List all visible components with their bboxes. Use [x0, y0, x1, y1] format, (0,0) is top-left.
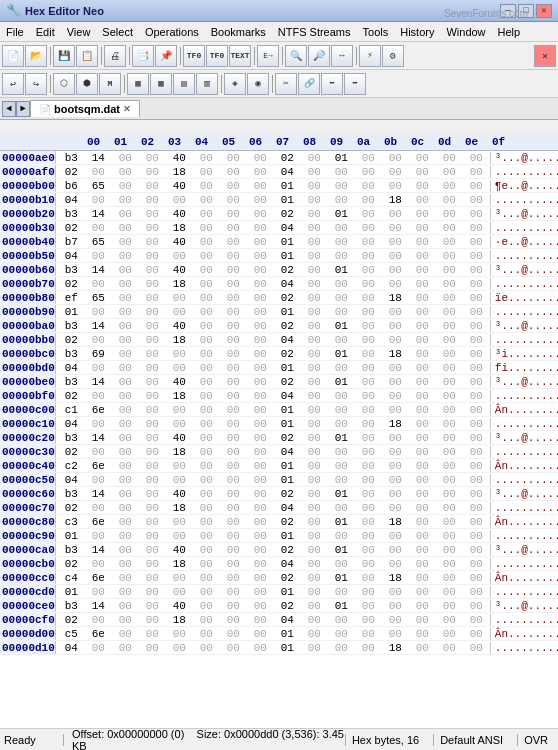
hex-byte[interactable]: 01: [274, 306, 301, 318]
hex-byte[interactable]: 00: [220, 600, 247, 612]
table-row[interactable]: 00000c60b3140000400000000200010000000000…: [0, 487, 558, 501]
tb2-b13[interactable]: ➡: [344, 73, 366, 95]
tab-close-icon[interactable]: ✕: [123, 104, 131, 114]
hex-byte[interactable]: 00: [436, 222, 463, 234]
table-row[interactable]: 00000c20b3140000400000000200010000000000…: [0, 431, 558, 445]
hex-byte[interactable]: 00: [220, 334, 247, 346]
hex-byte[interactable]: 00: [139, 516, 166, 528]
hex-byte[interactable]: 00: [355, 600, 382, 612]
hex-byte[interactable]: 00: [355, 614, 382, 626]
menu-item-file[interactable]: File: [0, 24, 30, 40]
hex-byte[interactable]: 00: [463, 446, 490, 458]
hex-byte[interactable]: 00: [112, 208, 139, 220]
hex-byte[interactable]: 00: [355, 530, 382, 542]
text-button[interactable]: TEXT: [229, 45, 251, 67]
hex-byte[interactable]: 00: [166, 586, 193, 598]
hex-byte[interactable]: 00: [328, 250, 355, 262]
hex-byte[interactable]: 01: [328, 376, 355, 388]
hex-byte[interactable]: b3: [58, 488, 85, 500]
hex-byte[interactable]: 00: [409, 614, 436, 626]
table-row[interactable]: 00000b9001000000000000000100000000000000…: [0, 305, 558, 319]
hex-byte[interactable]: 00: [409, 208, 436, 220]
hex-byte[interactable]: 18: [382, 642, 409, 654]
table-row[interactable]: 00000bf002000000180000000400000000000000…: [0, 389, 558, 403]
hex-byte[interactable]: 00: [247, 348, 274, 360]
hex-byte[interactable]: 00: [166, 250, 193, 262]
hex-byte[interactable]: 00: [220, 544, 247, 556]
hex-byte[interactable]: 02: [58, 614, 85, 626]
hex-byte[interactable]: c5: [58, 628, 85, 640]
hex-byte[interactable]: 00: [463, 502, 490, 514]
hex-byte[interactable]: 00: [247, 460, 274, 472]
hex-byte[interactable]: 00: [436, 628, 463, 640]
hex-byte[interactable]: 00: [193, 502, 220, 514]
hex-byte[interactable]: 00: [301, 194, 328, 206]
table-row[interactable]: 00000af002000000180000000400000000000000…: [0, 165, 558, 179]
save-button[interactable]: 💾: [53, 45, 75, 67]
hex-byte[interactable]: 00: [220, 180, 247, 192]
hex-byte[interactable]: 18: [166, 222, 193, 234]
hex-byte[interactable]: 00: [436, 460, 463, 472]
tb2-b12[interactable]: ⬅: [321, 73, 343, 95]
hex-byte[interactable]: 14: [85, 208, 112, 220]
hex-byte[interactable]: 00: [220, 516, 247, 528]
hex-byte[interactable]: 00: [139, 222, 166, 234]
hex-byte[interactable]: 04: [58, 362, 85, 374]
hex-byte[interactable]: 01: [58, 306, 85, 318]
hex-byte[interactable]: 00: [463, 208, 490, 220]
hex-byte[interactable]: 00: [328, 166, 355, 178]
hex-byte[interactable]: 00: [436, 516, 463, 528]
hex-byte[interactable]: 00: [166, 404, 193, 416]
hex-byte[interactable]: 00: [463, 614, 490, 626]
table-row[interactable]: 00000b00b6650000400000000100000000000000…: [0, 179, 558, 193]
hex-byte[interactable]: 02: [58, 334, 85, 346]
hex-byte[interactable]: 00: [409, 250, 436, 262]
table-row[interactable]: 00000c00c16e0000000000000100000000000000…: [0, 403, 558, 417]
tb2-b6[interactable]: ▤: [173, 73, 195, 95]
hex-byte[interactable]: 00: [85, 390, 112, 402]
hex-byte[interactable]: 00: [301, 208, 328, 220]
hex-byte[interactable]: 04: [274, 222, 301, 234]
hex-byte[interactable]: 02: [274, 264, 301, 276]
hex-byte[interactable]: 00: [85, 446, 112, 458]
hex-byte[interactable]: 18: [166, 334, 193, 346]
hex-byte[interactable]: 00: [301, 516, 328, 528]
hex-byte[interactable]: 00: [139, 642, 166, 654]
hex-byte[interactable]: 00: [328, 502, 355, 514]
hex-byte[interactable]: 00: [382, 558, 409, 570]
hex-byte[interactable]: 02: [58, 166, 85, 178]
hex-byte[interactable]: 00: [301, 166, 328, 178]
hex-byte[interactable]: 00: [409, 642, 436, 654]
hex-byte[interactable]: 01: [274, 530, 301, 542]
table-row[interactable]: 00000cd001000000000000000100000000000000…: [0, 585, 558, 599]
hex-byte[interactable]: 02: [274, 376, 301, 388]
hex-byte[interactable]: 00: [220, 446, 247, 458]
hex-byte[interactable]: 00: [409, 320, 436, 332]
hex-byte[interactable]: 00: [382, 250, 409, 262]
hex-byte[interactable]: 18: [382, 418, 409, 430]
hex-byte[interactable]: 00: [247, 502, 274, 514]
hex-byte[interactable]: 00: [139, 292, 166, 304]
hex-byte[interactable]: 00: [112, 404, 139, 416]
hex-byte[interactable]: 00: [139, 320, 166, 332]
hex-byte[interactable]: 00: [301, 488, 328, 500]
hex-byte[interactable]: 00: [220, 572, 247, 584]
hex-byte[interactable]: 00: [436, 278, 463, 290]
hex-byte[interactable]: 00: [247, 614, 274, 626]
go-to-button[interactable]: E→: [257, 45, 279, 67]
hex-byte[interactable]: 00: [220, 460, 247, 472]
open-button[interactable]: 📂: [25, 45, 47, 67]
hex-byte[interactable]: 00: [166, 516, 193, 528]
hex-byte[interactable]: b3: [58, 348, 85, 360]
hex-byte[interactable]: 00: [247, 194, 274, 206]
hex-byte[interactable]: 00: [409, 572, 436, 584]
hex-byte[interactable]: 04: [58, 250, 85, 262]
hex-byte[interactable]: 01: [274, 236, 301, 248]
hex-byte[interactable]: 00: [247, 530, 274, 542]
hex-byte[interactable]: 00: [220, 166, 247, 178]
hex-byte[interactable]: b3: [58, 376, 85, 388]
hex-byte[interactable]: 00: [247, 362, 274, 374]
hex-byte[interactable]: 00: [139, 264, 166, 276]
hex-byte[interactable]: 00: [139, 418, 166, 430]
hex-byte[interactable]: 00: [247, 446, 274, 458]
